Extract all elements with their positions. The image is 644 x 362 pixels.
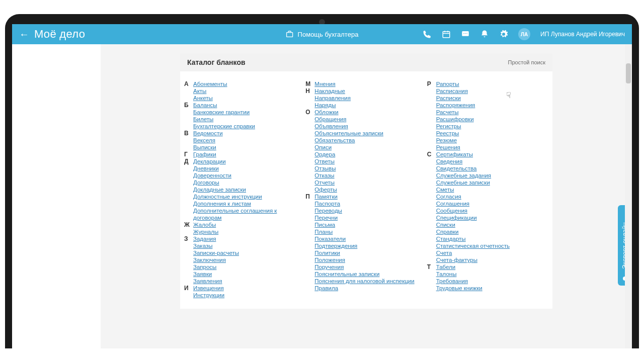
link-item[interactable]: Заявления [193,278,239,285]
link-item[interactable]: Ведомости [193,130,223,137]
link-item[interactable]: Статистическая отчетность [436,242,510,249]
link-item[interactable]: Ответы [314,158,383,165]
link-item[interactable]: Показатели [314,235,414,242]
link-item[interactable]: Обложки [314,109,383,116]
link-item[interactable]: Сертификаты [436,151,510,158]
link-item[interactable]: Табели [436,263,482,270]
link-item[interactable]: Пояснительные записки [314,270,414,278]
phone-icon[interactable] [423,30,432,39]
link-item[interactable]: Анкеты [193,95,227,102]
link-item[interactable]: Правила [314,285,414,292]
username[interactable]: ИП Лупанов Андрей Игоревич [540,31,625,38]
link-item[interactable]: Отказы [314,172,383,179]
link-item[interactable]: Расчеты [436,109,475,116]
link-item[interactable]: Спецификации [436,214,510,221]
link-item[interactable]: Расписания [436,87,475,95]
link-item[interactable]: Билеты [193,116,255,123]
link-item[interactable]: Расшифровки [436,116,475,123]
link-item[interactable]: Дополнительные соглашения к договорам [193,207,299,221]
link-item[interactable]: Договоры [193,179,299,186]
link-item[interactable]: Талоны [436,270,482,278]
link-item[interactable]: Стандарты [436,235,510,242]
link-item[interactable]: Дополнения к листам [193,200,299,207]
link-item[interactable]: Отзывы [314,165,383,172]
link-item[interactable]: Рапорты [436,80,475,87]
logo[interactable]: Моё дело [34,28,85,41]
back-arrow-icon[interactable]: ← [19,29,29,40]
link-item[interactable]: Справки [436,228,510,235]
link-item[interactable]: Объявления [314,123,383,130]
link-item[interactable]: Доверенности [193,172,299,179]
link-item[interactable]: Акты [193,87,227,95]
link-item[interactable]: Счета [436,249,510,256]
calendar-icon[interactable] [442,30,451,39]
link-item[interactable]: Банковские гарантии [193,109,255,116]
bell-icon[interactable] [480,30,489,39]
link-item[interactable]: Памятки [314,193,414,200]
link-item[interactable]: Задания [193,235,239,242]
link-item[interactable]: Накладные [314,87,351,95]
link-item[interactable]: Соглашения [436,200,510,207]
link-item[interactable]: Дневники [193,165,299,172]
link-item[interactable]: Извещения [193,285,224,292]
link-item[interactable]: Заявки [193,270,239,278]
gear-icon[interactable] [499,30,508,39]
link-item[interactable]: Планы [314,228,414,235]
scrollbar[interactable] [625,44,632,348]
link-item[interactable]: Решения [436,144,475,151]
link-item[interactable]: Балансы [193,102,255,109]
link-item[interactable]: Счета-фактуры [436,256,510,263]
link-item[interactable]: Должностные инструкции [193,193,299,200]
link-item[interactable]: Трудовые книжки [436,285,482,292]
link-item[interactable]: Письма [314,221,414,228]
link-item[interactable]: Перечни [314,214,414,221]
link-item[interactable]: Направления [314,95,351,102]
link-item[interactable]: Обращения [314,116,383,123]
link-item[interactable]: Оферты [314,186,383,193]
link-item[interactable]: Жалобы [193,221,218,228]
link-item[interactable]: Обязательства [314,137,383,144]
link-item[interactable]: Абонементы [193,80,227,87]
link-item[interactable]: Записки-расчеты [193,249,239,256]
link-item[interactable]: Журналы [193,228,218,235]
link-item[interactable]: Объяснительные записки [314,130,383,137]
link-item[interactable]: Переводы [314,207,414,214]
link-item[interactable]: Регистры [436,123,475,130]
link-item[interactable]: Служебные записки [436,179,510,186]
scrollbar-thumb[interactable] [626,63,631,83]
link-item[interactable]: Сообщения [436,207,510,214]
link-item[interactable]: Паспорта [314,200,414,207]
link-item[interactable]: Запросы [193,263,239,270]
avatar[interactable]: ЛА [518,28,530,40]
link-item[interactable]: Докладные записки [193,186,299,193]
link-item[interactable]: Политики [314,249,414,256]
link-item[interactable]: Требования [436,278,482,285]
link-item[interactable]: Подтверждения [314,242,414,249]
link-item[interactable]: Служебные задания [436,172,510,179]
link-item[interactable]: Отчеты [314,179,383,186]
link-item[interactable]: Графики [193,151,216,158]
link-item[interactable]: Сведения [436,158,510,165]
link-item[interactable]: Расписки [436,95,475,102]
link-item[interactable]: Распоряжения [436,102,475,109]
chat-icon[interactable] [461,30,470,39]
link-item[interactable]: Декларации [193,158,299,165]
link-item[interactable]: Ордера [314,151,383,158]
link-item[interactable]: Мнения [314,80,335,87]
link-item[interactable]: Заключения [193,256,239,263]
link-item[interactable]: Бухгалтерские справки [193,123,255,130]
link-item[interactable]: Пояснения для налоговой инспекции [314,278,414,285]
help-link[interactable]: Помощь бухгалтера [286,30,359,38]
link-item[interactable]: Согласия [436,193,510,200]
link-item[interactable]: Заказы [193,242,239,249]
simple-search-link[interactable]: Простой поиск [508,59,545,65]
link-item[interactable]: Описи [314,144,383,151]
link-item[interactable]: Сметы [436,186,510,193]
link-item[interactable]: Выписки [193,144,223,151]
link-item[interactable]: Положения [314,256,414,263]
link-item[interactable]: Свидетельства [436,165,510,172]
link-item[interactable]: Списки [436,221,510,228]
link-item[interactable]: Инструкции [193,292,224,299]
link-item[interactable]: Резюме [436,137,475,144]
link-item[interactable]: Наряды [314,102,351,109]
